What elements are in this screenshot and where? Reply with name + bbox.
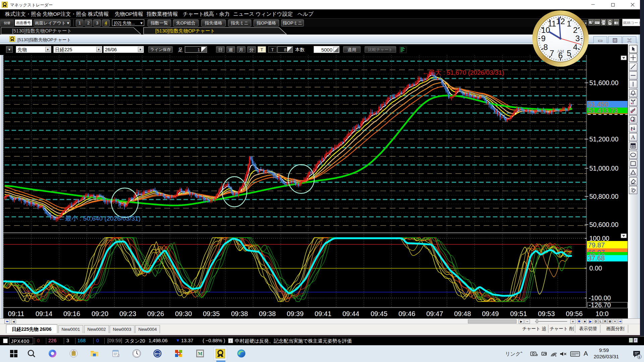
- svg-text:09:39: 09:39: [287, 310, 304, 317]
- svg-text:4: 4: [573, 43, 578, 52]
- svg-text:51,200.00: 51,200.00: [589, 135, 619, 143]
- svg-text:[5130]指数先物OPチャート: [5130]指数先物OPチャート: [155, 28, 215, 34]
- svg-text:09:53: 09:53: [538, 310, 555, 317]
- svg-text:A: A: [631, 134, 635, 140]
- svg-text:3: 3: [575, 34, 580, 43]
- svg-text:09:45: 09:45: [371, 310, 387, 317]
- svg-text:0.00: 0.00: [589, 264, 602, 272]
- svg-text:09:11: 09:11: [8, 310, 24, 317]
- svg-text:12: 12: [556, 17, 565, 26]
- svg-text:MT4: MT4: [155, 352, 160, 355]
- svg-text:51,450: 51,450: [588, 101, 608, 108]
- svg-text:51,000.00: 51,000.00: [589, 165, 619, 172]
- svg-text:100.00: 100.00: [589, 235, 609, 242]
- svg-text:09:38: 09:38: [231, 310, 248, 317]
- svg-text:50,800.00: 50,800.00: [589, 193, 619, 200]
- svg-text:79.87: 79.87: [588, 241, 605, 249]
- svg-text:-100.00: -100.00: [589, 294, 611, 302]
- svg-text:09:20: 09:20: [92, 310, 108, 317]
- svg-text:1: 1: [567, 19, 571, 28]
- svg-text:37.68: 37.68: [588, 254, 605, 262]
- svg-text:[5130]指数先物OPチャート: [5130]指数先物OPチャート: [12, 28, 72, 34]
- svg-text:11: 11: [548, 19, 556, 28]
- svg-text:09:14: 09:14: [36, 310, 52, 317]
- svg-text:09:49: 09:49: [482, 310, 499, 317]
- svg-text:M: M: [198, 351, 202, 356]
- svg-text:09:46: 09:46: [398, 310, 415, 317]
- svg-text:09:51: 09:51: [510, 310, 527, 317]
- svg-text:09:41: 09:41: [315, 310, 331, 317]
- svg-text:←最大 : 51,670 (2026/03/31): ←最大 : 51,670 (2026/03/31): [422, 69, 504, 76]
- svg-text:AM: AM: [557, 49, 564, 54]
- svg-text:5: 5: [567, 49, 571, 58]
- svg-text:51,413.73: 51,413.73: [588, 107, 618, 114]
- svg-text:9: 9: [541, 34, 545, 43]
- svg-text:1: 1: [638, 355, 640, 359]
- svg-text:09:26: 09:26: [147, 310, 164, 317]
- svg-text:09:30: 09:30: [175, 310, 192, 317]
- svg-text:09:35: 09:35: [203, 310, 220, 317]
- svg-text:09:38: 09:38: [259, 310, 276, 317]
- svg-text:10:0: 10:0: [596, 310, 609, 317]
- svg-text:09:16: 09:16: [63, 310, 80, 317]
- svg-text:8: 8: [543, 43, 548, 52]
- svg-text:50,600.00: 50,600.00: [589, 221, 619, 228]
- svg-text:09:48: 09:48: [454, 310, 471, 317]
- svg-text:09:23: 09:23: [119, 310, 136, 317]
- svg-text:09:56: 09:56: [566, 310, 583, 317]
- svg-text:-126.70: -126.70: [589, 301, 611, 309]
- svg-text:7: 7: [550, 49, 554, 58]
- svg-text:51,600.00: 51,600.00: [589, 79, 619, 86]
- svg-text:09:44: 09:44: [342, 310, 359, 317]
- svg-text:2: 2: [573, 25, 578, 35]
- svg-text:09:47: 09:47: [426, 310, 443, 317]
- svg-text:←最小 : 50,640 (2026/03/31): ←最小 : 50,640 (2026/03/31): [59, 215, 141, 222]
